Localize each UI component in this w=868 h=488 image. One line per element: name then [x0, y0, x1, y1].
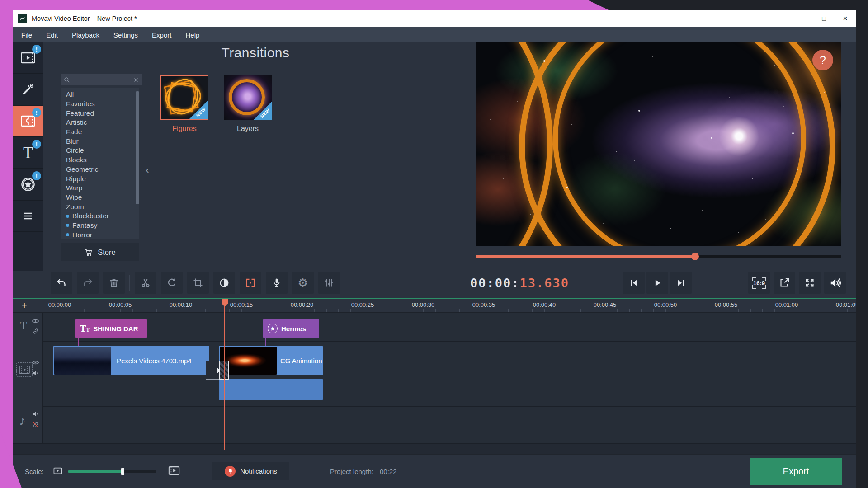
clear-search-icon[interactable] [133, 77, 139, 83]
sticker-clip-star-icon: ★ [268, 324, 278, 333]
playhead-line[interactable] [224, 299, 225, 450]
transition-notch [217, 367, 220, 374]
seek-handle[interactable] [691, 253, 699, 260]
store-button[interactable]: Store [61, 243, 139, 261]
audio-track-mute-icon[interactable] [32, 410, 39, 418]
menu-file[interactable]: File [21, 31, 32, 39]
menu-playback[interactable]: Playback [72, 31, 99, 39]
category-horror[interactable]: Horror [66, 230, 139, 239]
next-frame-button[interactable] [670, 272, 692, 294]
category-blockbuster[interactable]: Blockbuster [66, 211, 139, 221]
notification-badge: ! [32, 45, 41, 54]
rotate-button[interactable] [161, 272, 183, 294]
title-track-link-icon[interactable] [32, 328, 39, 335]
sidebar-item-stickers[interactable]: ! [13, 169, 43, 201]
category-fantasy[interactable]: Fantasy [66, 221, 139, 230]
redo-button[interactable] [77, 272, 99, 294]
timeline-scale-slider[interactable] [68, 470, 156, 473]
category-artistic[interactable]: Artistic [66, 118, 139, 127]
add-track-button[interactable]: + [22, 300, 27, 311]
sidebar-item-transitions[interactable]: ! [13, 106, 43, 137]
category-zoom[interactable]: Zoom [66, 202, 139, 211]
window-title: Movavi Video Editor – New Project * [32, 15, 137, 22]
timeline-bottom-strip [13, 443, 856, 454]
video-track-visibility-icon[interactable] [32, 359, 39, 366]
cart-icon [84, 248, 93, 257]
paid-dot [66, 233, 69, 236]
search-field[interactable] [61, 74, 142, 85]
category-geometric[interactable]: Geometric [66, 165, 139, 174]
category-scrollbar[interactable] [136, 91, 139, 204]
category-ripple[interactable]: Ripple [66, 174, 139, 183]
menu-settings[interactable]: Settings [113, 31, 138, 39]
video-clip-extension[interactable] [219, 379, 323, 400]
crop-button[interactable] [187, 272, 209, 294]
store-label: Store [98, 248, 115, 257]
transition-item-layers[interactable]: NEW [224, 75, 272, 120]
menu-edit[interactable]: Edit [46, 31, 58, 39]
title-track-visibility-icon[interactable] [32, 317, 39, 325]
sidebar-item-media[interactable]: ! [13, 42, 43, 74]
ruler-label: 00:00:20 [284, 301, 320, 308]
speaker-icon [829, 277, 841, 289]
category-wipe[interactable]: Wipe [66, 193, 139, 202]
record-voice-button[interactable] [266, 272, 288, 294]
clip-properties-button[interactable]: ⚙ [292, 272, 314, 294]
help-button[interactable]: ? [812, 50, 833, 70]
scale-slider-handle[interactable] [121, 468, 124, 475]
category-warp[interactable]: Warp [66, 183, 139, 193]
search-input[interactable] [70, 76, 133, 83]
seek-bar[interactable] [476, 255, 841, 258]
category-favorites[interactable]: Favorites [66, 99, 139, 109]
sidebar-rail: ! ! [13, 42, 43, 271]
notification-bell-badge [225, 466, 236, 477]
color-adjustments-button[interactable] [213, 272, 235, 294]
sidebar-item-titles[interactable]: T ! [13, 137, 43, 169]
ruler-label: 00:01:00 [769, 301, 805, 308]
detach-player-button[interactable] [774, 272, 795, 294]
fullscreen-button[interactable] [799, 272, 821, 294]
aspect-ratio-button[interactable]: 16:9 [748, 272, 770, 294]
split-button[interactable] [135, 272, 156, 294]
video-track-mute-icon[interactable] [32, 370, 39, 377]
audio-track-unlink-icon[interactable] [32, 421, 39, 428]
transition-wizard-button[interactable] [240, 272, 261, 294]
page-title: Transitions [197, 45, 314, 61]
video-track-icon[interactable] [16, 362, 33, 377]
category-blocks[interactable]: Blocks [66, 155, 139, 165]
redo-icon [82, 277, 93, 288]
video-clip-pexels[interactable]: Pexels Videos 4703.mp4 [53, 346, 209, 375]
sidebar-item-filters[interactable] [13, 74, 43, 106]
export-button[interactable]: Export [750, 458, 842, 485]
film-play-icon [20, 51, 36, 65]
video-clip-cg-animation[interactable]: CG Animation [219, 346, 323, 375]
volume-button[interactable] [824, 272, 846, 294]
transition-item-figures[interactable]: NEW [160, 75, 208, 120]
menu-export[interactable]: Export [152, 31, 171, 39]
undo-button[interactable] [51, 272, 72, 294]
title-clip-hermes[interactable]: ★ Hermes [263, 319, 319, 338]
sidebar-item-more-tools[interactable] [13, 201, 43, 232]
paid-dot [66, 224, 69, 227]
notifications-button[interactable]: Notifications [212, 462, 289, 480]
zoom-in-film-icon[interactable] [168, 465, 180, 476]
previous-frame-button[interactable] [623, 272, 645, 294]
minimize-button[interactable]: – [792, 10, 813, 27]
title-clip-shining[interactable]: TT SHINING DAR [75, 319, 147, 338]
notification-badge: ! [32, 140, 41, 149]
zoom-out-film-icon[interactable] [53, 467, 62, 475]
audio-properties-button[interactable] [318, 272, 340, 294]
play-button[interactable] [646, 272, 668, 294]
rotate-icon [166, 277, 177, 288]
collapse-panel-chevron[interactable]: ‹ [143, 163, 152, 178]
timeline-ruler[interactable]: + 00:00:00 00:00:05 00:00:10 00:00:15 00… [13, 299, 856, 313]
category-fade[interactable]: Fade [66, 127, 139, 137]
category-blur[interactable]: Blur [66, 136, 139, 146]
category-circle[interactable]: Circle [66, 146, 139, 155]
close-button[interactable]: × [835, 10, 856, 27]
category-featured[interactable]: Featured [66, 108, 139, 118]
category-all[interactable]: All [66, 90, 139, 99]
delete-button[interactable] [103, 272, 125, 294]
menu-help[interactable]: Help [185, 31, 199, 39]
maximize-button[interactable]: □ [813, 10, 835, 27]
